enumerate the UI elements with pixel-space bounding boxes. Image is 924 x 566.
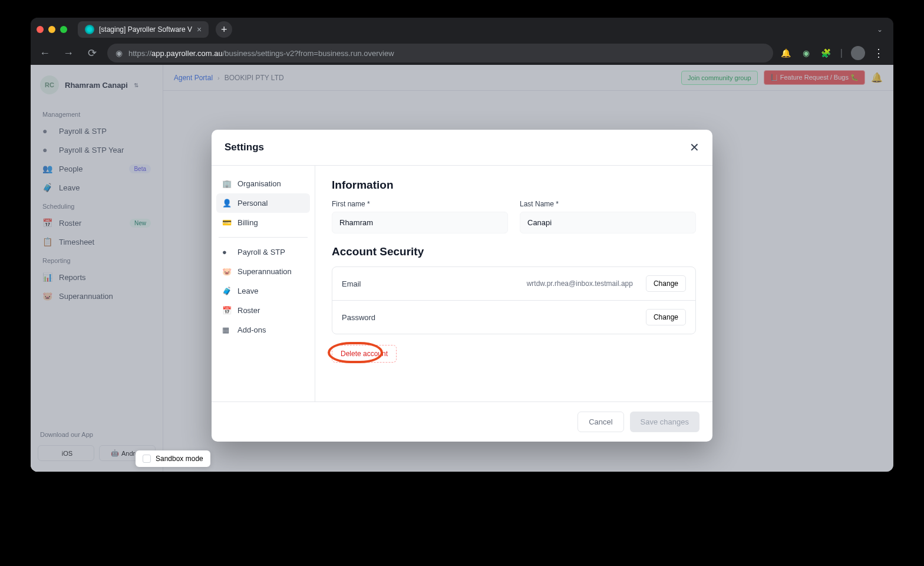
tab-bar: [staging] Payroller Software V × + ⌄	[31, 18, 893, 41]
extension-grammarly-icon[interactable]: ◉	[800, 47, 812, 59]
security-list: Email wrtdw.pr.rhea@inbox.testmail.app C…	[332, 266, 696, 334]
minimize-window-icon[interactable]	[48, 26, 55, 33]
email-label: Email	[342, 279, 361, 288]
settings-nav-roster[interactable]: 📅Roster	[216, 301, 310, 320]
back-button[interactable]: ←	[37, 47, 53, 60]
last-name-label: Last Name *	[520, 200, 696, 208]
information-heading: Information	[332, 179, 696, 192]
close-window-icon[interactable]	[37, 26, 44, 33]
super-icon: 🐷	[222, 267, 232, 276]
cancel-button[interactable]: Cancel	[578, 412, 623, 432]
forward-button[interactable]: →	[60, 47, 77, 60]
app-content: RC Rhamram Canapi ⇅ Management ●Payroll …	[31, 65, 893, 472]
settings-nav: 🏢Organisation 👤Personal 💳Billing ●Payrol…	[212, 166, 315, 402]
change-password-button[interactable]: Change	[646, 309, 686, 325]
save-changes-button[interactable]: Save changes	[630, 412, 699, 432]
browser-nav-bar: ← → ⟳ ◉ https://app.payroller.com.au/bus…	[31, 41, 893, 65]
settings-modal: Settings ✕ 🏢Organisation 👤Personal 💳Bill…	[212, 130, 712, 442]
modal-body: 🏢Organisation 👤Personal 💳Billing ●Payrol…	[212, 166, 712, 402]
browser-toolbar-right: 🔔 ◉ 🧩 | ⋮	[780, 46, 887, 60]
tab-title: [staging] Payroller Software V	[99, 25, 192, 34]
sandbox-mode-toggle[interactable]: Sandbox mode	[136, 450, 210, 467]
extension-notification-icon[interactable]: 🔔	[780, 47, 792, 59]
site-info-icon[interactable]: ◉	[116, 48, 123, 58]
modal-footer: Cancel Save changes	[212, 402, 712, 442]
extensions-icon[interactable]: 🧩	[820, 47, 832, 59]
security-row-email: Email wrtdw.pr.rhea@inbox.testmail.app C…	[332, 267, 695, 300]
settings-nav-leave[interactable]: 🧳Leave	[216, 281, 310, 301]
modal-title: Settings	[225, 142, 264, 153]
organisation-icon: 🏢	[222, 179, 232, 188]
first-name-field-group: First name *	[332, 200, 508, 233]
roster-icon: 📅	[222, 306, 232, 315]
last-name-input[interactable]	[520, 212, 696, 233]
settings-nav-payroll-stp[interactable]: ●Payroll & STP	[216, 242, 310, 262]
settings-nav-addons[interactable]: ▦Add-ons	[216, 320, 310, 340]
new-tab-button[interactable]: +	[216, 21, 232, 38]
change-email-button[interactable]: Change	[646, 275, 686, 292]
settings-nav-superannuation[interactable]: 🐷Superannuation	[216, 262, 310, 281]
personal-icon: 👤	[222, 199, 232, 208]
divider	[219, 237, 308, 238]
first-name-label: First name *	[332, 200, 508, 208]
leave-icon: 🧳	[222, 287, 232, 295]
browser-window: [staging] Payroller Software V × + ⌄ ← →…	[31, 18, 893, 472]
settings-nav-organisation[interactable]: 🏢Organisation	[216, 174, 310, 193]
delete-account-button[interactable]: Delete account	[332, 345, 397, 363]
maximize-window-icon[interactable]	[60, 26, 67, 33]
checkbox-icon[interactable]	[143, 455, 151, 463]
tab-favicon-icon	[85, 25, 94, 34]
security-heading: Account Security	[332, 245, 696, 258]
settings-nav-personal[interactable]: 👤Personal	[216, 193, 310, 213]
modal-header: Settings ✕	[212, 130, 712, 166]
settings-nav-billing[interactable]: 💳Billing	[216, 213, 310, 232]
profile-avatar-icon[interactable]	[851, 46, 865, 60]
security-row-password: Password Change	[332, 300, 695, 334]
addons-icon: ▦	[222, 325, 232, 334]
window-controls	[37, 26, 67, 33]
password-label: Password	[342, 313, 375, 322]
browser-menu-icon[interactable]: ⋮	[873, 47, 884, 60]
billing-icon: 💳	[222, 218, 232, 227]
sandbox-label: Sandbox mode	[156, 455, 203, 463]
email-value: wrtdw.pr.rhea@inbox.testmail.app	[527, 279, 633, 288]
url-bar[interactable]: ◉ https://app.payroller.com.au/business/…	[107, 44, 773, 62]
browser-tab[interactable]: [staging] Payroller Software V ×	[78, 21, 209, 38]
tab-list-dropdown-icon[interactable]: ⌄	[872, 23, 887, 36]
settings-content: Information First name * Last Name *	[315, 166, 712, 402]
first-name-input[interactable]	[332, 212, 508, 233]
tab-close-icon[interactable]: ×	[197, 25, 202, 34]
modal-overlay[interactable]: Settings ✕ 🏢Organisation 👤Personal 💳Bill…	[31, 65, 893, 472]
reload-button[interactable]: ⟳	[84, 47, 100, 60]
separator: |	[840, 48, 843, 58]
close-icon[interactable]: ✕	[689, 140, 699, 154]
payroll-icon: ●	[222, 248, 232, 256]
url-text: https://app.payroller.com.au/business/se…	[128, 49, 394, 58]
last-name-field-group: Last Name *	[520, 200, 696, 233]
